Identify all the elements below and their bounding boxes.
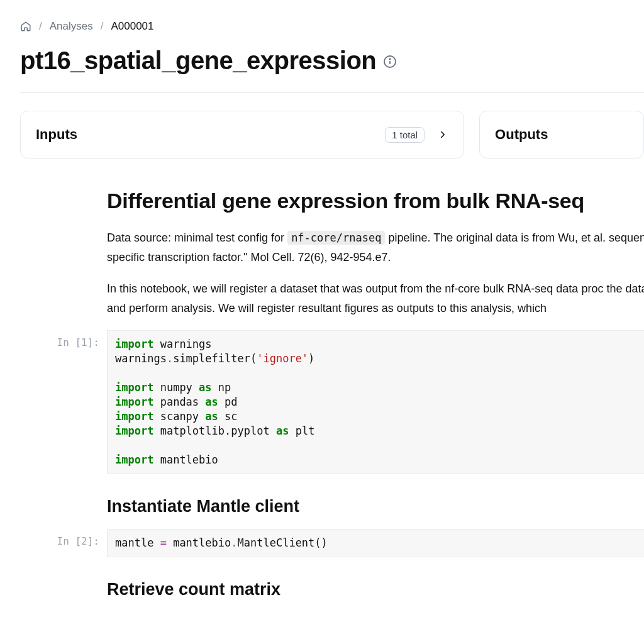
notebook-h1: Differential gene expression from bulk R… xyxy=(107,189,644,213)
svg-point-2 xyxy=(389,58,391,60)
outputs-card-title: Outputs xyxy=(495,126,548,143)
cell-prompt: In [1]: xyxy=(20,330,107,474)
notebook: Differential gene expression from bulk R… xyxy=(20,189,644,599)
cell-body[interactable]: import warnings warnings.simplefilter('i… xyxy=(107,330,644,474)
notebook-paragraph: Data source: minimal test config for nf-… xyxy=(107,228,644,267)
breadcrumb-current: A000001 xyxy=(111,20,153,33)
page-title: pt16_spatial_gene_expression xyxy=(20,47,644,75)
home-icon[interactable] xyxy=(20,21,31,32)
page-title-text: pt16_spatial_gene_expression xyxy=(20,47,376,75)
inline-code: nf-core/rnaseq xyxy=(287,231,385,245)
breadcrumb-sep: / xyxy=(101,20,104,33)
inputs-card-title: Inputs xyxy=(36,126,77,143)
cell-prompt: In [2]: xyxy=(20,529,107,557)
info-icon[interactable] xyxy=(382,47,397,75)
cards-row: Inputs 1 total Outputs xyxy=(20,111,644,158)
code-cell: In [1]: import warnings warnings.simplef… xyxy=(20,330,644,474)
outputs-card[interactable]: Outputs xyxy=(479,111,644,158)
notebook-h2: Retrieve count matrix xyxy=(107,580,644,599)
divider xyxy=(20,92,644,93)
breadcrumb-sep: / xyxy=(39,20,42,33)
inputs-card[interactable]: Inputs 1 total xyxy=(20,111,464,158)
code-cell: In [2]: mantle = mantlebio.MantleClient(… xyxy=(20,529,644,557)
text: Data source: minimal test config for xyxy=(107,231,287,244)
breadcrumb-link-analyses[interactable]: Analyses xyxy=(50,20,93,33)
notebook-h2: Instantiate Mantle client xyxy=(107,497,644,516)
chevron-right-icon[interactable] xyxy=(437,129,448,140)
breadcrumb: / Analyses / A000001 xyxy=(20,20,644,33)
notebook-paragraph: In this notebook, we will register a dat… xyxy=(107,279,644,318)
cell-body[interactable]: mantle = mantlebio.MantleClient() xyxy=(107,529,644,557)
inputs-total-badge: 1 total xyxy=(385,127,425,143)
